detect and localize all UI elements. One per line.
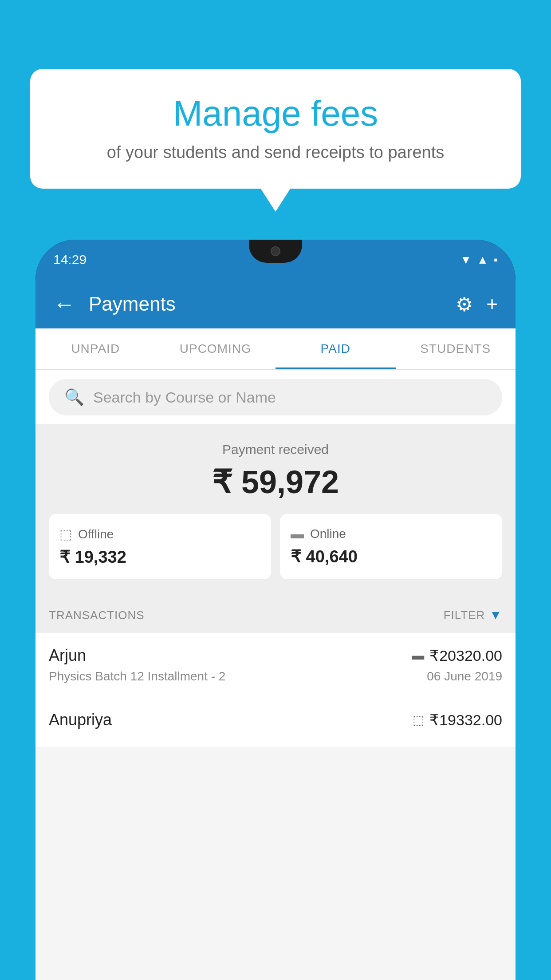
app-bar-title: Payments <box>89 293 456 315</box>
tab-upcoming[interactable]: UPCOMING <box>156 328 276 369</box>
online-amount: ₹ 40,640 <box>291 547 492 566</box>
payment-cards: ⬚ Offline ₹ 19,332 ▬ Online ₹ 40,640 <box>49 514 502 579</box>
table-row[interactable]: Arjun ▬ ₹20320.00 Physics Batch 12 Insta… <box>35 633 516 697</box>
transaction-date: 06 June 2019 <box>427 669 502 684</box>
status-icons: ▼ ▲ ▪ <box>460 253 498 267</box>
cash-payment-icon: ⬚ <box>413 713 424 727</box>
online-header: ▬ Online <box>291 526 492 541</box>
transaction-list: Arjun ▬ ₹20320.00 Physics Batch 12 Insta… <box>35 633 516 747</box>
filter-icon: ▼ <box>489 608 502 622</box>
status-bar: 14:29 ▼ ▲ ▪ <box>35 240 516 280</box>
transactions-label: TRANSACTIONS <box>49 609 145 622</box>
settings-icon[interactable]: ⚙ <box>456 293 473 316</box>
transaction-top-arjun: Arjun ▬ ₹20320.00 <box>49 646 502 665</box>
speech-bubble: Manage fees of your students and send re… <box>30 69 521 189</box>
tab-unpaid[interactable]: UNPAID <box>35 328 156 369</box>
offline-payment-card: ⬚ Offline ₹ 19,332 <box>49 514 271 579</box>
transaction-course: Physics Batch 12 Installment - 2 <box>49 669 225 684</box>
tab-paid[interactable]: PAID <box>276 328 396 369</box>
table-row[interactable]: Anupriya ⬚ ₹19332.00 <box>35 697 516 747</box>
transactions-header: TRANSACTIONS FILTER ▼ <box>35 595 516 633</box>
transaction-name: Anupriya <box>49 711 112 729</box>
transaction-top-anupriya: Anupriya ⬚ ₹19332.00 <box>49 711 502 729</box>
payment-total-amount: ₹ 59,972 <box>49 463 502 501</box>
online-payment-card: ▬ Online ₹ 40,640 <box>280 514 502 579</box>
offline-header: ⬚ Offline <box>59 526 260 542</box>
signal-icon: ▲ <box>477 253 488 267</box>
transaction-amount-wrapper-anupriya: ⬚ ₹19332.00 <box>413 711 502 729</box>
search-icon: 🔍 <box>64 388 84 407</box>
offline-label: Offline <box>78 527 114 541</box>
search-input[interactable]: Search by Course or Name <box>93 389 276 406</box>
add-icon[interactable]: + <box>486 293 498 315</box>
tab-students[interactable]: STUDENTS <box>396 328 516 369</box>
camera <box>271 246 280 256</box>
offline-amount: ₹ 19,332 <box>59 547 260 567</box>
bubble-subtitle: of your students and send receipts to pa… <box>57 143 494 162</box>
status-time: 14:29 <box>53 252 87 267</box>
search-container: 🔍 Search by Course or Name <box>35 370 516 424</box>
transaction-amount: ₹19332.00 <box>429 711 502 729</box>
transaction-name: Arjun <box>49 646 86 665</box>
battery-icon: ▪ <box>494 253 498 267</box>
app-content: ← Payments ⚙ + UNPAID UPCOMING PAID STUD… <box>35 280 516 980</box>
online-icon: ▬ <box>291 526 304 541</box>
filter-label: FILTER <box>444 609 485 622</box>
tabs: UNPAID UPCOMING PAID STUDENTS <box>35 328 516 370</box>
filter-button[interactable]: FILTER ▼ <box>444 608 502 622</box>
transaction-amount: ₹20320.00 <box>429 647 502 664</box>
notch <box>249 240 302 263</box>
payment-summary: Payment received ₹ 59,972 ⬚ Offline ₹ 19… <box>35 424 516 595</box>
online-label: Online <box>310 527 346 541</box>
app-bar: ← Payments ⚙ + <box>35 280 516 328</box>
payment-received-label: Payment received <box>49 442 502 457</box>
back-button[interactable]: ← <box>53 291 75 317</box>
phone-frame: 14:29 ▼ ▲ ▪ ← Payments ⚙ + UNPAID UPCOMI… <box>35 240 516 980</box>
wifi-icon: ▼ <box>460 253 472 267</box>
search-box[interactable]: 🔍 Search by Course or Name <box>49 379 502 415</box>
app-bar-actions: ⚙ + <box>456 293 498 316</box>
offline-icon: ⬚ <box>59 526 72 542</box>
transaction-bottom-arjun: Physics Batch 12 Installment - 2 06 June… <box>49 669 502 684</box>
bubble-title: Manage fees <box>57 93 494 134</box>
card-payment-icon: ▬ <box>412 648 424 663</box>
transaction-amount-wrapper-arjun: ▬ ₹20320.00 <box>412 647 502 664</box>
